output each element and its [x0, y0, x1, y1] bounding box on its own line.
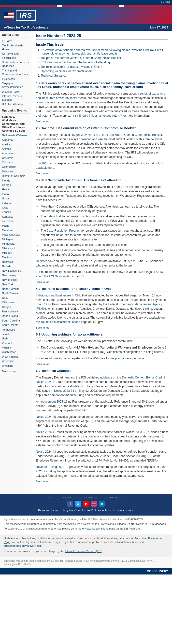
facebook-icon[interactable]: f	[67, 501, 73, 507]
state-montana[interactable]: Montana	[2, 256, 30, 259]
state-indiana[interactable]: Indiana	[2, 202, 30, 205]
link-announcement-2024-19[interactable]: Announcement 2024-19	[36, 400, 67, 403]
sidebar-link-forms[interactable]: All Forms and Instructions	[2, 52, 30, 60]
state-maine[interactable]: Maine	[2, 224, 30, 228]
state-washington[interactable]: Washington	[2, 350, 30, 354]
sidebar-link-eservices[interactable]: e-Services	[2, 77, 30, 81]
state-arkansas[interactable]: Arkansas	[2, 152, 30, 155]
state-southdakota[interactable]: South Dakota	[2, 323, 30, 327]
link-notice-2023-38[interactable]: Notice 2023-38	[54, 389, 74, 392]
link-webinars[interactable]: Webinars for tax practitioners webpage	[93, 357, 144, 360]
state-northdakota[interactable]: North Dakota	[2, 292, 30, 295]
state-virginia[interactable]: Virginia	[2, 346, 30, 350]
state-california[interactable]: California	[2, 156, 30, 160]
link-enews-subscriptions[interactable]: e-News Subscriptions	[82, 527, 108, 530]
state-ohio[interactable]: Ohio	[2, 296, 30, 300]
link-tax-scams[interactable]: series of tax scams and inaccurate advic…	[36, 92, 165, 100]
state-pennsylvania[interactable]: Pennsylvania	[2, 310, 30, 314]
toc-link-4[interactable]: Tax relief available for disaster victim…	[41, 65, 102, 68]
state-newmexico[interactable]: New Mexico	[2, 278, 30, 282]
state-rhodeisland[interactable]: Rhode Island	[2, 314, 30, 318]
link-case-resolution[interactable]: Case Resolution Program	[47, 229, 80, 232]
link-individuals-ohio[interactable]: Individuals and businesses in Ohio	[36, 294, 81, 297]
state-southcarolina[interactable]: South Carolina	[2, 319, 30, 322]
state-mississippi[interactable]: Mississippi	[2, 246, 30, 250]
state-tennessee[interactable]: Tennessee	[2, 328, 30, 332]
twitter-icon[interactable]: 𝕏	[75, 501, 81, 507]
toc-link-6[interactable]: Technical Guidance	[41, 74, 66, 77]
state-minnesota[interactable]: Minnesota	[2, 242, 30, 246]
link-subscriber-prefs[interactable]: Subscriber Preferences Page	[4, 537, 163, 544]
link-domestic-content[interactable]: guidance on the Domestic Content Bonus C…	[36, 376, 166, 384]
state-maryland[interactable]: Maryland	[2, 228, 30, 232]
back-to-top-2[interactable]: Back to top	[36, 172, 168, 175]
share-link[interactable]: SHARE	[161, 1, 170, 4]
link-form-656[interactable]: April 2024 version of the Form 656-B, Of…	[74, 133, 162, 136]
state-michigan[interactable]: Michigan	[2, 238, 30, 241]
state-kentucky[interactable]: Kentucky	[2, 215, 30, 218]
state-hawaii[interactable]: Hawaii	[2, 188, 30, 191]
state-illinois[interactable]: Illinois	[2, 197, 30, 200]
sidebar-link-disaster[interactable]: Disaster Relief	[2, 90, 30, 94]
state-newjersey[interactable]: New Jersey	[2, 274, 30, 277]
back-to-top-3[interactable]: Back to top	[36, 280, 168, 284]
state-oklahoma[interactable]: Oklahoma	[2, 301, 30, 304]
link-rev-ruling-2024-12[interactable]: Revenue Ruling 2024-12	[36, 465, 68, 469]
toc-link-1[interactable]: IRS warns of tax schemes shared over soc…	[41, 48, 164, 55]
state-northcarolina[interactable]: North Carolina	[2, 287, 30, 291]
sidebar-link-stakeholders[interactable]: Stakeholders Partners' Headlines	[2, 60, 30, 68]
state-vermont[interactable]: Vermont	[2, 342, 30, 345]
back-to-top-1[interactable]: Back to top	[36, 120, 168, 123]
link-fema[interactable]: Federal Emergency Management Agency (FEM…	[36, 302, 162, 310]
link-notice-2024-43[interactable]: Notice 2024-43	[36, 450, 56, 454]
state-massachusetts[interactable]: Massachusetts	[2, 233, 30, 236]
youtube-icon[interactable]: ▶	[83, 501, 89, 507]
linkedin-icon[interactable]: in	[99, 501, 105, 507]
state-connecticut[interactable]: Connecticut	[2, 165, 30, 169]
state-nebraska[interactable]: Nebraska	[2, 260, 30, 264]
state-florida[interactable]: Florida	[2, 179, 30, 182]
state-kansas[interactable]: Kansas	[2, 210, 30, 214]
link-irs-tax-tip[interactable]: IRS Tax Tip	[42, 162, 57, 165]
link-five-things[interactable]: Five things to Know about the IRS Nation…	[36, 270, 163, 278]
state-nevada[interactable]: Nevada	[2, 264, 30, 268]
back-to-top-5[interactable]: Back to top	[36, 362, 168, 366]
toc-link-2[interactable]: Tax pros: Use current version of Offer i…	[41, 56, 121, 60]
state-newhampshire[interactable]: New Hampshire	[2, 269, 30, 273]
state-newyork[interactable]: New York	[2, 283, 30, 286]
instagram-icon[interactable]: 📷	[91, 501, 97, 507]
state-idaho[interactable]: Idaho	[2, 192, 30, 196]
link-subscriberhelp[interactable]: subscriberhelp.govdelivery.com	[4, 544, 42, 547]
link-exhibit-hall[interactable]: Exhibit Hall	[47, 215, 62, 218]
link-disaster-situations[interactable]: Tax relief in disaster situations	[41, 320, 80, 324]
back-to-top-4[interactable]: Back to top	[36, 326, 168, 329]
state-arizona[interactable]: Arizona	[2, 147, 30, 151]
state-delaware[interactable]: Delaware	[2, 170, 30, 174]
sidebar-nationwide[interactable]: Nationwide Webinars	[2, 134, 30, 137]
state-wyoming[interactable]: Wyoming	[2, 364, 30, 368]
state-missouri[interactable]: Missouri	[2, 251, 30, 255]
link-register-now[interactable]: Register now	[36, 259, 53, 263]
sidebar-link-training[interactable]: Training and Communication Tools	[2, 69, 30, 76]
link-notice-2024-41[interactable]: Notice 2024-41	[36, 430, 56, 434]
back-to-top-6[interactable]: Back to top	[36, 480, 168, 483]
state-texas[interactable]: Texas	[2, 332, 30, 336]
sidebar-link-bulletins[interactable]: Internal Revenue Bulletins	[2, 94, 30, 102]
state-georgia[interactable]: Georgia	[2, 183, 30, 187]
state-wisconsin[interactable]: Wisconsin	[2, 359, 30, 363]
state-oregon[interactable]: Oregon	[2, 305, 30, 309]
state-colorado[interactable]: Colorado	[2, 161, 30, 164]
state-westvirginia[interactable]: West Virginia	[2, 355, 30, 358]
sidebar-link-taxpro[interactable]: Tax Professionals Home	[2, 44, 30, 51]
link-irs[interactable]: Internal Revenue Service (IRS)	[65, 550, 102, 553]
state-louisiana[interactable]: Louisiana	[2, 219, 30, 223]
toc-link-3[interactable]: IRS Nationwide Tax Forum: The benefits o…	[41, 61, 110, 64]
sidebar-back-to-top[interactable]: Back to top	[2, 370, 30, 373]
link-amend-return[interactable]: Should I file an amended return?	[79, 114, 122, 118]
state-alaska[interactable]: Alaska	[2, 143, 30, 146]
state-dc[interactable]: District of Columbia	[2, 174, 30, 178]
sidebar-link-irsgov[interactable]: IRS.gov	[2, 39, 30, 43]
sidebar-link-social[interactable]: IRS Social Media	[2, 103, 30, 106]
state-alabama[interactable]: Alabama	[2, 138, 30, 142]
sidebar-link-advocate[interactable]: Taxpayer Advocate/Service	[2, 82, 30, 89]
